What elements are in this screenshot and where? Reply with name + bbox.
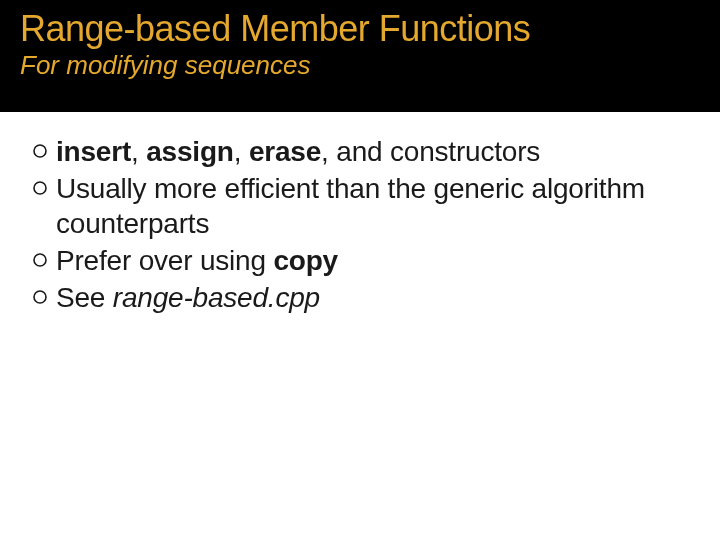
bold-text: erase xyxy=(249,136,321,167)
bullet-text: Usually more efficient than the generic … xyxy=(56,171,688,241)
bullet-text: Prefer over using copy xyxy=(56,243,338,278)
bold-text: copy xyxy=(273,245,338,276)
bullet-text: See range-based.cpp xyxy=(56,280,320,315)
slide-subtitle: For modifying sequences xyxy=(20,51,700,80)
svg-point-0 xyxy=(34,145,46,157)
italic-text: range-based.cpp xyxy=(113,282,320,313)
bullet-text: insert, assign, erase, and constructors xyxy=(56,134,540,169)
text-run: Usually more efficient than the generic … xyxy=(56,173,645,239)
slide-header: Range-based Member Functions For modifyi… xyxy=(0,0,720,112)
bold-text: assign xyxy=(146,136,234,167)
circle-bullet-icon xyxy=(32,143,48,159)
bold-text: insert xyxy=(56,136,131,167)
bullet-item: See range-based.cpp xyxy=(32,280,688,315)
text-run: See xyxy=(56,282,113,313)
circle-bullet-icon xyxy=(32,252,48,268)
bullet-item: insert, assign, erase, and constructors xyxy=(32,134,688,169)
circle-bullet-icon xyxy=(32,180,48,196)
slide-title: Range-based Member Functions xyxy=(20,8,700,49)
bullet-item: Usually more efficient than the generic … xyxy=(32,171,688,241)
circle-bullet-icon xyxy=(32,289,48,305)
slide-body: insert, assign, erase, and constructorsU… xyxy=(0,112,720,315)
svg-point-3 xyxy=(34,291,46,303)
text-run: , xyxy=(234,136,249,167)
text-run: , and constructors xyxy=(321,136,540,167)
svg-point-1 xyxy=(34,182,46,194)
text-run: , xyxy=(131,136,146,167)
bullet-item: Prefer over using copy xyxy=(32,243,688,278)
slide: Range-based Member Functions For modifyi… xyxy=(0,0,720,540)
svg-point-2 xyxy=(34,254,46,266)
text-run: Prefer over using xyxy=(56,245,273,276)
